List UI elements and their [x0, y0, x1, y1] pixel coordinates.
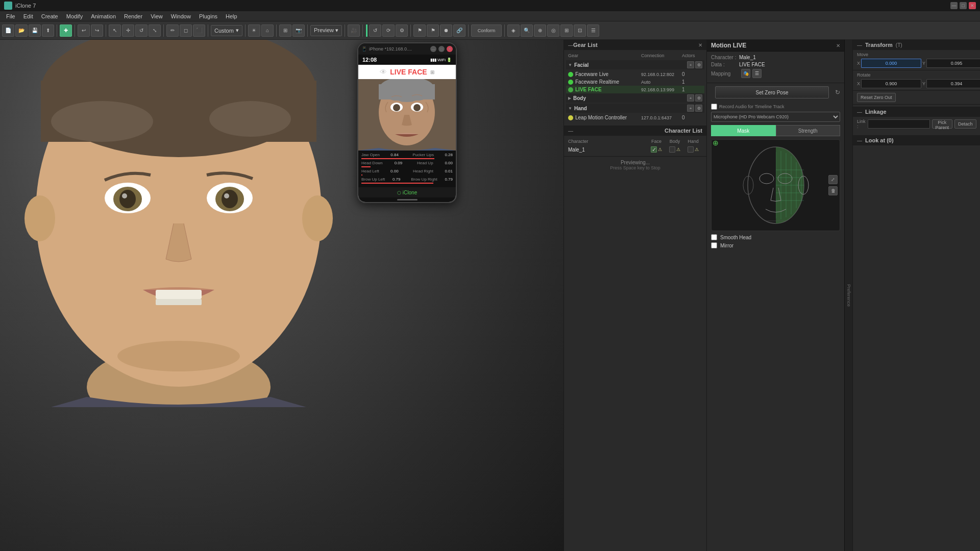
new-button[interactable]: 📄	[2, 24, 14, 37]
move-x-input[interactable]	[861, 59, 921, 68]
preference-sidebar[interactable]: Preference	[844, 40, 852, 551]
gear-list-close-btn[interactable]: ✕	[698, 42, 702, 48]
tool7-button[interactable]: ☰	[587, 24, 599, 37]
gear-row-faceware-live[interactable]: Faceware Live 92.168.0.12:802 0	[566, 70, 704, 78]
phone-minimize-btn[interactable]: —	[430, 46, 436, 52]
lookat-collapse[interactable]: —	[857, 138, 862, 143]
detach-btn[interactable]: Detach	[954, 119, 976, 129]
select-button[interactable]: ↖	[109, 24, 121, 37]
maximize-button[interactable]: □	[960, 2, 967, 9]
undo-button[interactable]: ↩	[78, 24, 90, 37]
phone-maximize-btn[interactable]: □	[438, 46, 445, 52]
preview-dropdown[interactable]: Preview ▾	[310, 25, 342, 36]
record-audio-checkbox[interactable]	[711, 104, 717, 110]
phone-close-btn[interactable]: ✕	[447, 46, 453, 52]
camera-button[interactable]: 📷	[292, 24, 305, 37]
gear-section-body[interactable]: ▶ Body + ⚙	[566, 93, 704, 103]
link-input[interactable]	[868, 119, 930, 129]
menu-plugins[interactable]: Plugins	[195, 13, 222, 19]
menu-render[interactable]: Render	[120, 13, 146, 19]
tool4-button[interactable]: ◎	[547, 24, 559, 37]
tool3-button[interactable]: ⊕	[534, 24, 546, 37]
gear-row-live-face[interactable]: LIVE FACE 92.168.0.13:999 1	[566, 86, 704, 93]
mapping-icon-1[interactable]: 🎭	[741, 69, 750, 78]
redo-button[interactable]: ↪	[91, 24, 103, 37]
menu-modify[interactable]: Modify	[62, 13, 87, 19]
open-button[interactable]: 📂	[15, 24, 28, 37]
menu-view[interactable]: View	[146, 13, 167, 19]
gear-section-facial[interactable]: ▼ Facial + ⚙	[566, 60, 704, 69]
gear-collapse-btn[interactable]: —	[568, 42, 573, 48]
gear-row-faceware-realtime[interactable]: Faceware Realtime Auto 1	[566, 78, 704, 86]
gear-row-leap[interactable]: Leap Motion Controller 127.0.0.1:6437 0	[566, 114, 704, 121]
microphone-select[interactable]: Microphone (HD Pro Webcam C920)	[711, 112, 840, 122]
mask-trash-btn[interactable]: 🗑	[828, 186, 838, 195]
zoom-button[interactable]: ⊞	[279, 24, 291, 37]
pick-parent-btn[interactable]: Pick Parent	[932, 119, 953, 129]
tool2-button[interactable]: 🔍	[521, 24, 533, 37]
refresh-icon[interactable]: ↻	[835, 89, 840, 96]
menu-create[interactable]: Create	[37, 13, 62, 19]
mask-expand-btn[interactable]: ⤢	[828, 175, 838, 184]
rotate-x-input[interactable]	[861, 79, 921, 88]
motion2-button[interactable]: ⟳	[382, 24, 395, 37]
motion3-button[interactable]: ⚙	[396, 24, 408, 37]
conform-button[interactable]: Conform	[471, 24, 502, 37]
home-button[interactable]: ⌂	[261, 24, 274, 37]
mask-add-icon[interactable]: ⊕	[713, 139, 719, 147]
body-settings-btn[interactable]: ⚙	[695, 94, 702, 102]
mask-tab[interactable]: Mask	[711, 125, 776, 136]
record1-button[interactable]: ⏺	[440, 24, 452, 37]
eraser-button[interactable]: ◻	[180, 24, 192, 37]
scale-button[interactable]: ⤡	[149, 24, 161, 37]
body-check[interactable]	[669, 146, 675, 153]
window-controls[interactable]: — □ ✕	[950, 2, 976, 9]
fill-button[interactable]: ⬛	[193, 24, 205, 37]
mapping-icon-2[interactable]: ☰	[752, 69, 762, 78]
transform-collapse[interactable]: —	[857, 42, 862, 48]
export-button[interactable]: ⬆	[42, 24, 54, 37]
menu-window[interactable]: Window	[167, 13, 195, 19]
hand-settings-btn[interactable]: ⚙	[695, 105, 702, 112]
menu-help[interactable]: Help	[222, 13, 241, 19]
flag1-button[interactable]: ⚑	[413, 24, 426, 37]
close-button[interactable]: ✕	[969, 2, 976, 9]
move-y-input[interactable]	[926, 59, 980, 68]
menu-edit[interactable]: Edit	[19, 13, 37, 19]
menu-file[interactable]: File	[2, 13, 19, 19]
phone-titlebar[interactable]: 📱 iPhone *192.168.0.... — □ ✕	[358, 43, 456, 55]
rotate-y-input[interactable]	[926, 79, 980, 88]
linkage-collapse[interactable]: —	[857, 109, 862, 115]
char-list-collapse-btn[interactable]: —	[568, 128, 573, 134]
facial-add-btn[interactable]: +	[687, 61, 694, 68]
body-add-btn[interactable]: +	[687, 94, 694, 102]
minimize-button[interactable]: —	[950, 2, 958, 9]
char-row-male1[interactable]: Male_1 ✓ ⚠ ⚠ ⚠	[566, 145, 704, 154]
custom-dropdown[interactable]: Custom ▾	[211, 25, 242, 36]
motion1-button[interactable]: ↺	[369, 24, 381, 37]
paint-button[interactable]: ✏	[166, 24, 179, 37]
move-button[interactable]: ✛	[122, 24, 134, 37]
hand-add-btn[interactable]: +	[687, 105, 694, 112]
hand-check[interactable]	[688, 146, 694, 153]
face-check[interactable]: ✓	[651, 146, 657, 153]
camera-switch-icon[interactable]: ⊞	[430, 69, 434, 75]
gear-section-hand[interactable]: ▼ Hand + ⚙	[566, 104, 704, 113]
tool5-button[interactable]: ⊞	[560, 24, 573, 37]
viewport[interactable]: 📱 iPhone *192.168.0.... — □ ✕ 12:08 ▮▮▮ …	[0, 40, 564, 551]
facial-settings-btn[interactable]: ⚙	[695, 61, 702, 68]
set-zero-pose-button[interactable]: Set Zero Pose	[715, 86, 829, 98]
motion-live-close[interactable]: ✕	[836, 43, 840, 48]
video-button[interactable]: 🎥	[348, 24, 360, 37]
mirror-checkbox[interactable]	[711, 242, 717, 248]
tool6-button[interactable]: ⊡	[574, 24, 586, 37]
sun-button[interactable]: ☀	[248, 24, 260, 37]
flag2-button[interactable]: ⚑	[427, 24, 439, 37]
save-button[interactable]: 💾	[29, 24, 41, 37]
add-button[interactable]: ✚	[60, 24, 72, 37]
link-button[interactable]: 🔗	[453, 24, 465, 37]
menu-animation[interactable]: Animation	[87, 13, 120, 19]
smooth-head-checkbox[interactable]	[711, 234, 717, 240]
rotate-button[interactable]: ↺	[135, 24, 148, 37]
strength-tab[interactable]: Strength	[776, 125, 841, 136]
